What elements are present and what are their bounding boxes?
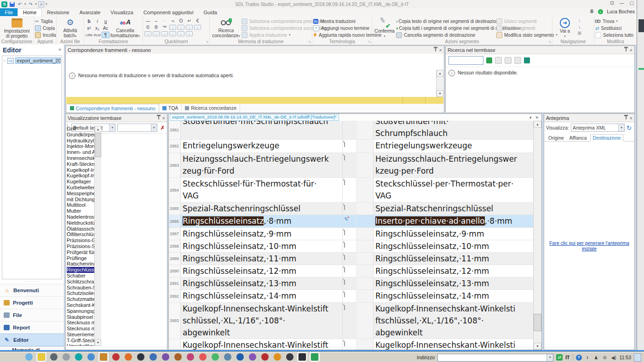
maximize-button[interactable]: ▢ [630, 0, 634, 6]
target-segment[interactable]: Stoßverbinder·mit· Schrumpfschlauch [374, 121, 539, 139]
show-desktop-button[interactable] [634, 353, 641, 362]
segment-row[interactable]: 2892Ringschlüsseleinsatz,·14·mmRingschlü… [169, 290, 541, 303]
quickinsert-symbol-button[interactable]: ¬ [169, 18, 177, 24]
term-list-item[interactable]: Kugellager [67, 179, 94, 185]
quickinsert-tag-button[interactable]: ‹› [194, 24, 201, 30]
cut-button[interactable]: ✂Taglia [35, 18, 56, 24]
taskbar-app-icon[interactable] [38, 353, 45, 361]
quickinsert-tag-button[interactable]: ‹› [144, 31, 152, 37]
copy-source-to-target-button[interactable]: ›Copia testo di origine nei segmenti di … [396, 18, 496, 24]
settings-tray-icon[interactable]: ⚙ [602, 355, 608, 361]
term-list-item[interactable]: Ölablasssch [67, 226, 94, 232]
segment-row[interactable]: 2881Stoßverbinder·mit·SchrumpfschlauchSt… [169, 121, 541, 140]
taskbar-app-icon[interactable] [224, 353, 231, 361]
source-segment[interactable]: Ringschlüsseleinsatz,·8·mm [181, 215, 343, 227]
sidebar-item-progetti[interactable]: Progetti [0, 296, 64, 309]
quickinsert-tag-button[interactable]: ‹› [185, 24, 193, 30]
quickinsert-symbol-button[interactable]: – [152, 18, 160, 24]
taskbar-app-icon[interactable] [261, 353, 269, 361]
term-list-item[interactable]: Schaber [67, 273, 94, 279]
term-list-item[interactable]: Multitool [67, 202, 94, 208]
lrm-button[interactable]: LRM [85, 32, 93, 38]
show-translations-button[interactable]: AzMostra traduzioni [313, 18, 381, 24]
user-tray-icon[interactable]: ♟ [593, 355, 599, 361]
pin-icon[interactable] [626, 48, 627, 51]
superscript-button[interactable]: x² [85, 25, 93, 31]
add-new-term-button[interactable]: +Aggiungi nuovo termine [313, 25, 381, 31]
term-list-item[interactable]: Innensechsk [67, 155, 94, 161]
tab-fragment-matches[interactable]: Corrispondenze frammenti - nessuno [66, 104, 159, 112]
taskbar-app-icon[interactable] [75, 353, 82, 361]
term-list-item[interactable]: Stecknuss m [67, 320, 94, 326]
term-list-scrollbar[interactable]: ▲ ▼ [94, 126, 101, 346]
merge-segments-button[interactable]: Unisci segmenti [496, 18, 558, 24]
quickinsert-tag-button[interactable]: ‹› [177, 31, 185, 37]
paste-button[interactable]: Incolla [35, 32, 56, 38]
taskbar-app-icon[interactable] [87, 353, 95, 361]
tab-revisione[interactable]: Revisione [42, 8, 74, 16]
taskbar-app-icon[interactable] [187, 353, 194, 361]
target-segment[interactable]: Spezial-Ratschenringschlüssel [374, 203, 539, 215]
term-list-item[interactable]: Kurbelweller [67, 185, 94, 191]
refresh-preview-icon[interactable]: ↻ [627, 124, 632, 131]
quickinsert-tag-button[interactable]: ‹› [177, 24, 185, 30]
doc-tab-dropdown-icon[interactable]: ▾ [529, 115, 532, 120]
address-input[interactable]: ▾ [437, 354, 553, 362]
tab-guida[interactable]: Guida [199, 8, 222, 16]
export-icon[interactable] [505, 57, 512, 64]
term-list-item[interactable]: Injektor-Mon [67, 143, 94, 149]
generate-preview-link[interactable]: Fare clic qui per generare l'anteprima i… [544, 240, 634, 251]
volume-tray-icon[interactable]: ◀) [611, 355, 617, 361]
undo-icon[interactable]: ↶ [17, 1, 23, 7]
quickinsert-symbol-button[interactable]: — [144, 18, 152, 24]
subscript-button[interactable]: x₂ [93, 25, 101, 31]
formatting-marks-button[interactable]: ¶ [102, 32, 109, 38]
save-icon[interactable] [9, 1, 15, 7]
taskbar-app-icon[interactable] [174, 353, 182, 361]
termbase-icon[interactable] [524, 57, 530, 63]
taskbar-app-icon[interactable] [311, 353, 318, 361]
segment-row[interactable]: 2890Ringschlüsseleinsatz,·12·mmRingschlü… [169, 265, 541, 277]
segment-row[interactable]: 2884Steckschlüssel·für·Thermostat·für· V… [169, 178, 541, 203]
target-segment[interactable]: Ringschlüsseleinsatz,·12·mm [374, 265, 539, 277]
term-list-item[interactable]: Schutzisolier [67, 290, 94, 296]
taskbar-app-icon[interactable] [150, 353, 157, 361]
quickinsert-symbol-button[interactable]: O [177, 18, 185, 24]
translate-tray-icon[interactable]: ⇄ [556, 354, 563, 361]
terminologia-dialog-launcher[interactable]: ↘ [368, 40, 371, 44]
term-list-item[interactable]: Grundkörper [67, 132, 94, 138]
tray-expand-icon[interactable]: ▴▾ [585, 355, 591, 361]
term-list-item[interactable]: Ölfilterschlüs [67, 232, 94, 238]
taskbar-app-icon[interactable] [137, 353, 144, 361]
taskbar-app-icon[interactable] [162, 353, 169, 361]
minimize-button[interactable]: — [620, 0, 624, 6]
sidebar-item-benvenuti[interactable]: ⌂Benvenuti [0, 284, 64, 296]
source-segment[interactable]: Ringschlüsseleinsatz,·9·mm [181, 228, 343, 240]
redo-icon[interactable]: ↷ [28, 1, 34, 7]
term-list-item[interactable]: Umschaltkna [67, 343, 94, 346]
source-segment[interactable]: Kugelkopf-Innensechskant-Winkelstift sch… [181, 303, 343, 339]
term-list-item[interactable]: Kugelkopf-In [67, 173, 94, 179]
source-segment[interactable]: Kugelkopf-Innensechskant-Winkelstift sch… [181, 339, 343, 350]
term-list-item[interactable]: Schrauben-S [67, 285, 94, 291]
target-segment[interactable]: Entriegelungswerkzeuge [374, 140, 539, 153]
term-list-item[interactable]: Schutzmatte [67, 296, 94, 302]
taskbar-app-icon[interactable] [63, 353, 70, 361]
term-list-item[interactable]: mit Dichtung [67, 197, 94, 203]
term-list-item[interactable]: Schlitzschra [67, 279, 94, 285]
clear-target-segment-button[interactable]: Cancella segmento di destinazione [396, 32, 496, 38]
pin-icon[interactable] [158, 116, 159, 119]
quickinsert-tag-button[interactable]: ‹› [185, 31, 193, 37]
sidebar-item-file[interactable]: File [0, 309, 64, 321]
doc-tab-close-icon[interactable]: ✕ [535, 115, 539, 120]
user-avatar[interactable]: L [598, 9, 603, 14]
term-list-item[interactable]: Präzisions-G [67, 238, 94, 243]
target-segment[interactable]: Ringschlüsseleinsatz,·11·mm [374, 253, 539, 265]
source-segment[interactable]: Ringschlüsseleinsatz,·11·mm [181, 253, 343, 265]
target-segment[interactable]: Kugelkopf-Innensechskant-Winkelsti ftsch… [374, 339, 539, 350]
taskbar-app-icon[interactable] [125, 353, 132, 361]
taskbar-app-icon[interactable] [112, 353, 120, 361]
change-segment-status-button[interactable]: Modifica stato segmento▾ [496, 32, 558, 38]
term-list-item[interactable]: Mutter [67, 208, 94, 214]
azioni-segmento-dialog-launcher[interactable]: ↘ [548, 40, 551, 44]
